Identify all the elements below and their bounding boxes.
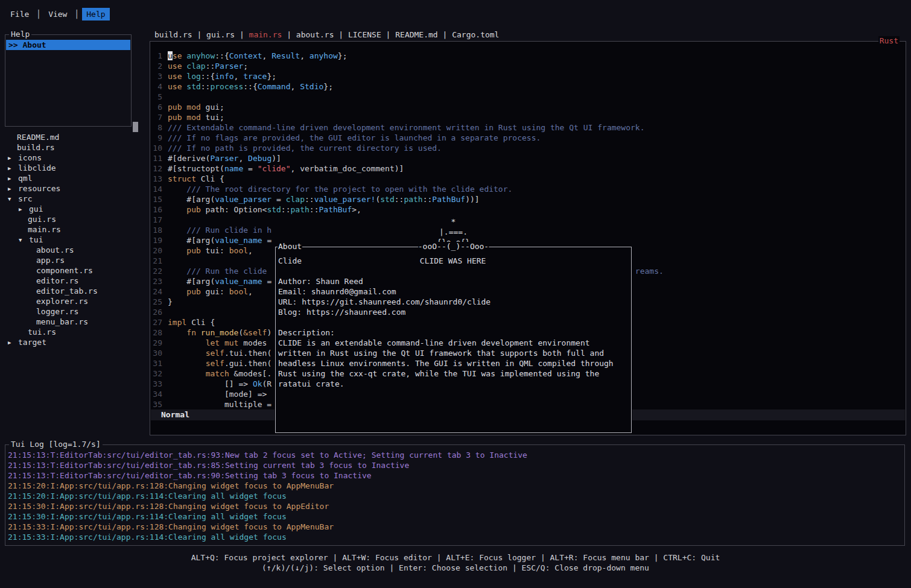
about-line: Blog: https://shaunreed.com bbox=[278, 307, 629, 317]
tree-item-about-rs[interactable]: about.rs bbox=[0, 245, 146, 255]
about-line bbox=[278, 317, 629, 327]
line-number: 25 bbox=[151, 297, 162, 307]
about-line: ratatui crate. bbox=[278, 379, 629, 389]
tab-separator: | bbox=[334, 30, 348, 39]
log-line: 21:15:30:I:App:src/tui/app.rs:128:Changi… bbox=[8, 501, 902, 511]
line-number: 6 bbox=[151, 102, 162, 112]
tree-label: gui bbox=[29, 204, 43, 213]
code-text: use log::{info, trace}; bbox=[168, 71, 276, 81]
about-line: Description: bbox=[278, 327, 629, 338]
about-line: headless Linux environments. The GUI is … bbox=[278, 358, 629, 368]
code-line: 8/// Extendable command-line driven deve… bbox=[151, 122, 904, 133]
about-line: Rust using the cxx-qt crate, while the T… bbox=[278, 368, 629, 379]
about-line: Author: Shaun Reed bbox=[278, 276, 629, 286]
tree-label: app.rs bbox=[36, 256, 65, 265]
log-line: 21:15:13:T:EditorTab:src/tui/editor_tab.… bbox=[8, 450, 902, 460]
tab-readme-md[interactable]: README.md bbox=[395, 30, 437, 39]
keybind-bar: ALT+Q: Focus project explorer | ALT+W: F… bbox=[0, 552, 911, 573]
tree-item-src[interactable]: ▼src bbox=[0, 194, 146, 204]
about-line: Clide CLIDE WAS HERE bbox=[278, 256, 629, 266]
code-text: #[structopt(name = "clide", verbatim_doc… bbox=[168, 163, 404, 174]
code-line: 2use clap::Parser; bbox=[151, 61, 904, 71]
line-number: 10 bbox=[151, 143, 162, 153]
tree-item-qml[interactable]: ▶qml bbox=[0, 173, 146, 183]
line-number: 18 bbox=[151, 225, 162, 235]
tab-about-rs[interactable]: about.rs bbox=[296, 30, 334, 39]
line-number: 23 bbox=[151, 276, 162, 286]
tree-item-editor-rs[interactable]: editor.rs bbox=[0, 276, 146, 286]
code-line: 12#[structopt(name = "clide", verbatim_d… bbox=[151, 163, 904, 174]
code-text: multiple = bbox=[168, 399, 271, 409]
tree-item-readme-md[interactable]: README.md bbox=[0, 132, 146, 142]
keybind-line-1: ALT+Q: Focus project explorer | ALT+W: F… bbox=[0, 552, 911, 563]
chevron-down-icon: ▼ bbox=[8, 196, 18, 202]
log-lines: 21:15:13:T:EditorTab:src/tui/editor_tab.… bbox=[8, 450, 902, 542]
tree-item-menu-bar-rs[interactable]: menu_bar.rs bbox=[0, 317, 146, 327]
tree-item-gui-rs[interactable]: gui.rs bbox=[0, 214, 146, 224]
help-item-about[interactable]: >> About bbox=[6, 40, 130, 50]
tab-build-rs[interactable]: build.rs bbox=[154, 30, 192, 39]
tree-item-build-rs[interactable]: build.rs bbox=[0, 142, 146, 153]
code-text: self.gui.then( bbox=[168, 358, 271, 368]
code-line: 1use anyhow::{Context, Result, anyhow}; bbox=[151, 51, 904, 61]
tree-item-icons[interactable]: ▶icons bbox=[0, 153, 146, 163]
tree-label: menu_bar.rs bbox=[36, 317, 88, 326]
tree-label: qml bbox=[18, 174, 32, 183]
tree-label: resources bbox=[18, 184, 60, 193]
about-popup: *|.===.{}o o{} About -ooO--(_)--Ooo- Cli… bbox=[275, 215, 632, 434]
tree-item-main-rs[interactable]: main.rs bbox=[0, 224, 146, 235]
menu-item-file[interactable]: File bbox=[6, 8, 33, 21]
menu-bar: File│View│Help bbox=[6, 5, 110, 22]
log-line: 21:15:13:T:EditorTab:src/tui/editor_tab.… bbox=[8, 470, 902, 481]
code-line: 9/// If no flags are provided, the GUI e… bbox=[151, 133, 904, 143]
tree-item-logger-rs[interactable]: logger.rs bbox=[0, 306, 146, 317]
scrollbar-thumb[interactable] bbox=[133, 122, 138, 132]
tree-item-explorer-rs[interactable]: explorer.rs bbox=[0, 296, 146, 306]
line-number: 3 bbox=[151, 71, 162, 81]
keybind-line-2: (↑/k)/(↓/j): Select option | Enter: Choo… bbox=[0, 563, 911, 573]
line-number: 17 bbox=[151, 215, 162, 225]
tree-label: src bbox=[18, 194, 32, 203]
tree-label: editor.rs bbox=[36, 276, 78, 285]
code-line: 3use log::{info, trace}; bbox=[151, 71, 904, 81]
tab-separator: | bbox=[438, 30, 452, 39]
code-text: } bbox=[168, 297, 173, 307]
tree-item-tui[interactable]: ▼tui bbox=[0, 235, 146, 245]
tree-item-target[interactable]: ▶target bbox=[0, 337, 146, 347]
tree-item-gui[interactable]: ▶gui bbox=[0, 204, 146, 214]
menu-item-view[interactable]: View bbox=[44, 8, 71, 21]
tree-label: editor_tab.rs bbox=[36, 286, 98, 296]
tree-item-tui-rs[interactable]: tui.rs bbox=[0, 327, 146, 337]
code-text: struct Cli { bbox=[168, 174, 224, 184]
tree-item-libclide[interactable]: ▶libclide bbox=[0, 163, 146, 173]
code-text: #[arg(value_name = bbox=[168, 235, 271, 245]
line-number: 14 bbox=[151, 184, 162, 194]
help-panel: Help >> About bbox=[5, 34, 132, 127]
line-number: 20 bbox=[151, 245, 162, 256]
line-number: 32 bbox=[151, 368, 162, 379]
line-number: 11 bbox=[151, 153, 162, 163]
code-text: use clap::Parser; bbox=[168, 61, 248, 71]
tab-separator: | bbox=[235, 30, 249, 39]
tree-item-component-rs[interactable]: component.rs bbox=[0, 265, 146, 276]
tree-label: component.rs bbox=[36, 266, 93, 275]
tree-label: explorer.rs bbox=[36, 297, 88, 306]
tree-item-resources[interactable]: ▶resources bbox=[0, 183, 146, 194]
tab-cargo-toml[interactable]: Cargo.toml bbox=[452, 30, 499, 39]
code-text: pub mod gui; bbox=[168, 102, 224, 112]
menu-item-help[interactable]: Help bbox=[82, 8, 109, 21]
tree-item-app-rs[interactable]: app.rs bbox=[0, 255, 146, 265]
code-line: 6pub mod gui; bbox=[151, 102, 904, 112]
line-number: 8 bbox=[151, 122, 162, 133]
log-line: 21:15:13:T:EditorTab:src/tui/editor_tab.… bbox=[8, 460, 902, 470]
about-line: URL: https://git.shaunreed.com/shaunrd0/… bbox=[278, 297, 629, 307]
tab-main-rs[interactable]: main.rs bbox=[249, 30, 282, 39]
line-number: 21 bbox=[151, 256, 162, 266]
tree-item-editor-tab-rs[interactable]: editor_tab.rs bbox=[0, 286, 146, 296]
tab-license[interactable]: LICENSE bbox=[348, 30, 381, 39]
tree-label: README.md bbox=[17, 133, 59, 142]
code-text: /// The root directory for the project t… bbox=[168, 184, 512, 194]
line-number: 34 bbox=[151, 389, 162, 399]
tab-gui-rs[interactable]: gui.rs bbox=[206, 30, 235, 39]
log-panel-title: Tui Log [log=1.7/s] bbox=[9, 440, 103, 449]
